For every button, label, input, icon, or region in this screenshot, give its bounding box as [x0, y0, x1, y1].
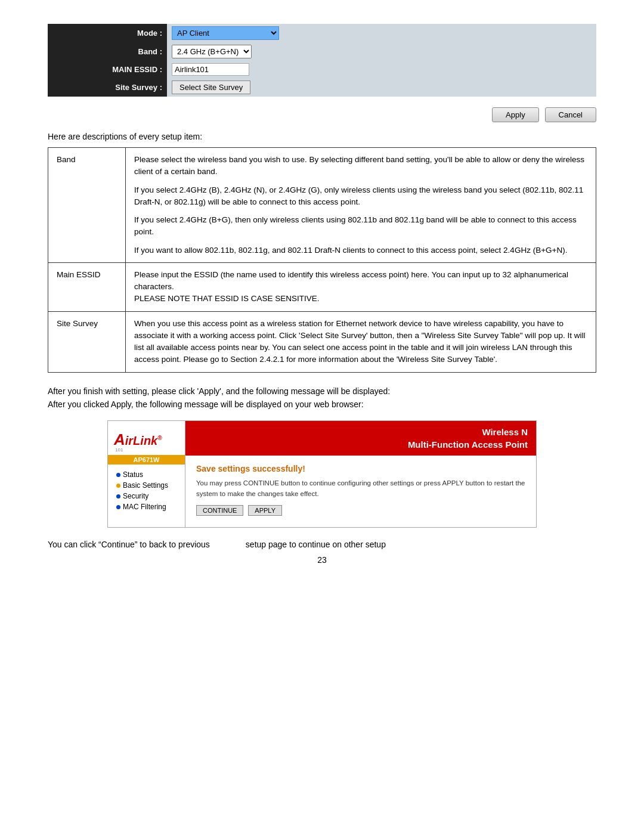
- save-desc: You may press CONTINUE button to continu…: [196, 478, 525, 499]
- desc-intro: Here are descriptions of every setup ite…: [48, 132, 596, 141]
- essid-row: MAIN ESSID :: [48, 61, 596, 78]
- cancel-button[interactable]: Cancel: [545, 107, 596, 122]
- airlink-box: AirLink® 101 AP671W StatusBasic Settings…: [107, 420, 537, 528]
- logo-tagline: 101: [115, 448, 179, 453]
- airlink-nav-item-basic-settings[interactable]: Basic Settings: [108, 480, 185, 491]
- airlink-nav-item-mac-filtering[interactable]: MAC Filtering: [108, 501, 185, 512]
- desc-term: Site Survey: [48, 311, 126, 372]
- desc-row: Site SurveyWhen you use this access poin…: [48, 311, 596, 372]
- desc-term: Main ESSID: [48, 262, 126, 311]
- inner-buttons: CONTINUE APPLY: [196, 505, 525, 516]
- mode-label: Mode :: [48, 24, 167, 42]
- page-number: 23: [48, 555, 596, 565]
- mode-row: Mode : AP Client: [48, 24, 596, 42]
- airlink-model: AP671W: [108, 455, 185, 465]
- logo-rest: irLink®: [125, 434, 162, 447]
- essid-value-cell: [167, 61, 596, 78]
- nav-label: Status: [123, 470, 143, 479]
- footer-text: After you finish with setting, please cl…: [48, 385, 596, 411]
- nav-dot: [116, 484, 120, 488]
- bottom-text-left: You can click “Continue” to back to prev…: [48, 540, 210, 549]
- nav-dot: [116, 505, 120, 509]
- essid-label: MAIN ESSID :: [48, 61, 167, 78]
- nav-dot: [116, 473, 120, 477]
- desc-detail: Please input the ESSID (the name used to…: [126, 262, 596, 311]
- header-line1: Wireless N: [482, 427, 528, 437]
- site-survey-row: Site Survey : Select Site Survey: [48, 78, 596, 97]
- header-line2: Multi-Function Access Point: [408, 439, 528, 450]
- airlink-main: Save settings successfully! You may pres…: [185, 456, 536, 527]
- band-row: Band : 2.4 GHz (B+G+N): [48, 42, 596, 61]
- apply-button[interactable]: Apply: [492, 107, 539, 122]
- logo-a-letter: A: [114, 431, 125, 448]
- mode-value-cell: AP Client: [167, 24, 596, 42]
- action-buttons: Apply Cancel: [48, 107, 596, 122]
- bottom-text: You can click “Continue” to back to prev…: [48, 540, 596, 549]
- apply-inner-button[interactable]: APPLY: [248, 505, 282, 516]
- airlink-nav-item-status[interactable]: Status: [108, 469, 185, 480]
- desc-term: Band: [48, 148, 126, 263]
- bottom-text-right: setup page to continue on other setup: [246, 540, 386, 549]
- airlink-nav: StatusBasic SettingsSecurityMAC Filterin…: [108, 469, 185, 512]
- site-survey-label: Site Survey :: [48, 78, 167, 97]
- band-value-cell: 2.4 GHz (B+G+N): [167, 42, 596, 61]
- footer-text1: After you finish with setting, please cl…: [48, 386, 390, 396]
- settings-form: Mode : AP Client Band : 2.4 GHz (B+G+N) …: [48, 24, 596, 97]
- airlink-content: Wireless N Multi-Function Access Point S…: [185, 421, 536, 527]
- band-label: Band :: [48, 42, 167, 61]
- nav-label: Basic Settings: [123, 481, 168, 490]
- save-success: Save settings successfully!: [196, 464, 525, 473]
- airlink-logo: AirLink® 101: [108, 427, 185, 455]
- continue-inner-button[interactable]: CONTINUE: [196, 505, 243, 516]
- airlink-header: Wireless N Multi-Function Access Point: [185, 421, 536, 456]
- desc-row: Main ESSIDPlease input the ESSID (the na…: [48, 262, 596, 311]
- mode-select[interactable]: AP Client: [172, 26, 279, 40]
- descriptions-table: BandPlease select the wireless band you …: [48, 147, 596, 373]
- airlink-nav-item-security[interactable]: Security: [108, 491, 185, 501]
- band-select[interactable]: 2.4 GHz (B+G+N): [172, 45, 252, 58]
- essid-input[interactable]: [172, 63, 249, 76]
- footer-text2: After you clicked Apply, the following m…: [48, 400, 364, 409]
- desc-detail: When you use this access point as a wire…: [126, 311, 596, 372]
- desc-row: BandPlease select the wireless band you …: [48, 148, 596, 263]
- desc-detail: Please select the wireless band you wish…: [126, 148, 596, 263]
- nav-label: Security: [123, 492, 148, 500]
- airlink-sidebar: AirLink® 101 AP671W StatusBasic Settings…: [108, 421, 185, 527]
- site-survey-cell: Select Site Survey: [167, 78, 596, 97]
- site-survey-button[interactable]: Select Site Survey: [172, 80, 250, 94]
- nav-label: MAC Filtering: [123, 503, 166, 511]
- nav-dot: [116, 494, 120, 498]
